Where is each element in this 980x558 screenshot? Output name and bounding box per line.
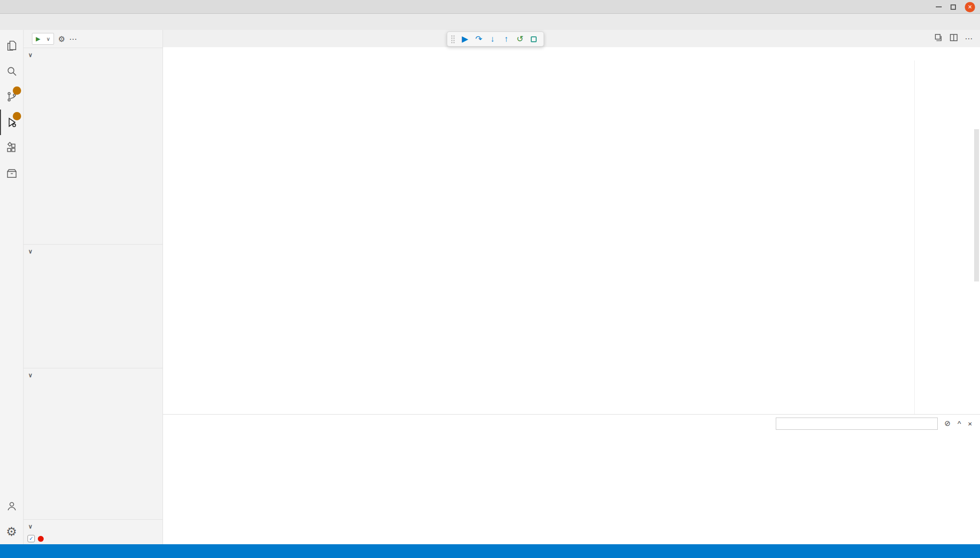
stop-icon[interactable] <box>527 32 540 46</box>
titlebar: × <box>0 0 980 14</box>
scm-badge <box>13 86 21 95</box>
minimap[interactable] <box>914 60 973 414</box>
bottom-panel: ⊘ ^ × <box>163 414 980 544</box>
breakpoints-section: ∨ ✓ <box>24 519 163 544</box>
more-actions-icon[interactable]: ⋯ <box>965 34 973 43</box>
vscode-window: × <box>0 0 980 558</box>
minimize-icon[interactable] <box>936 6 942 7</box>
console-filter-input[interactable] <box>776 418 938 430</box>
activity-explorer[interactable] <box>0 33 24 58</box>
activity-search[interactable] <box>0 58 24 84</box>
debug-badge <box>13 112 21 120</box>
close-panel-icon[interactable]: × <box>968 419 972 428</box>
split-editor-icon[interactable] <box>950 33 958 44</box>
more-actions-icon[interactable]: ⋯ <box>69 34 77 44</box>
debug-toolbar: ▶ ↷ ↓ ↑ ↺ <box>447 31 544 47</box>
call-stack-section: ∨ <box>24 368 163 519</box>
breakpoint-dot-icon <box>38 536 44 542</box>
code-lines <box>163 60 914 414</box>
gear-icon: ⚙ <box>6 525 17 539</box>
editor-actions: ⋯ <box>934 30 980 47</box>
menubar <box>0 14 980 30</box>
chevron-down-icon: ∨ <box>27 248 34 255</box>
activity-cmake[interactable] <box>0 161 24 186</box>
restart-icon[interactable]: ↺ <box>514 32 526 46</box>
start-debug-icon[interactable]: ▶ <box>36 35 40 42</box>
watch-section: ∨ <box>24 244 163 368</box>
step-into-icon[interactable]: ↓ <box>486 32 499 46</box>
content: ⚙ ▶ ∨ ⚙ ⋯ ∨ <box>0 30 980 544</box>
variables-section: ∨ <box>24 48 163 244</box>
activity-settings[interactable]: ⚙ <box>0 519 24 544</box>
step-over-icon[interactable]: ↷ <box>472 32 485 46</box>
tab-bar: ⋯ ▶ ↷ ↓ ↑ ↺ <box>163 30 980 47</box>
scrollbar-thumb[interactable] <box>974 129 979 281</box>
panel-header: ⊘ ^ × <box>163 415 980 432</box>
configure-gear-icon[interactable]: ⚙ <box>58 34 65 44</box>
launch-configuration-dropdown[interactable]: ▶ ∨ <box>32 33 54 45</box>
call-stack-header[interactable]: ∨ <box>24 368 163 382</box>
stop-square <box>531 36 537 42</box>
account-icon <box>5 500 18 512</box>
continue-icon[interactable]: ▶ <box>459 32 471 46</box>
step-out-icon[interactable]: ↑ <box>500 32 513 46</box>
breadcrumb <box>163 47 980 60</box>
chevron-down-icon: ∨ <box>27 523 34 530</box>
extensions-icon <box>5 141 18 154</box>
open-changes-icon[interactable] <box>934 33 943 44</box>
debug-console[interactable] <box>163 432 980 544</box>
stack-frame[interactable] <box>24 382 163 393</box>
variables-header[interactable]: ∨ <box>24 48 163 61</box>
clear-console-icon[interactable]: ⊘ <box>945 419 951 428</box>
drag-handle-icon[interactable] <box>451 35 455 44</box>
breakpoints-header[interactable]: ∨ <box>24 520 163 533</box>
activity-extensions[interactable] <box>0 135 24 161</box>
activity-bar: ⚙ <box>0 30 24 544</box>
code-area <box>163 60 980 414</box>
activity-source-control[interactable] <box>0 84 24 110</box>
breakpoint-row[interactable]: ✓ <box>24 533 163 544</box>
status-bar <box>0 544 980 558</box>
maximize-panel-icon[interactable]: ^ <box>957 419 961 428</box>
editor-scrollbar[interactable] <box>973 60 980 414</box>
close-icon[interactable]: × <box>965 2 975 12</box>
window-controls: × <box>936 0 975 14</box>
activity-run-debug[interactable] <box>0 110 24 135</box>
activity-account[interactable] <box>0 493 24 519</box>
cmake-tools-icon <box>5 167 18 180</box>
chevron-down-icon: ∨ <box>27 372 34 379</box>
files-icon <box>5 39 18 52</box>
chevron-down-icon: ∨ <box>46 36 50 42</box>
search-icon <box>5 65 18 78</box>
panel-actions: ⊘ ^ × <box>938 419 972 428</box>
debug-sidebar-toolbar: ▶ ∨ ⚙ ⋯ <box>24 30 163 48</box>
debug-sidebar: ▶ ∨ ⚙ ⋯ ∨ ∨ <box>24 30 163 544</box>
watch-header[interactable]: ∨ <box>24 245 163 258</box>
chevron-down-icon: ∨ <box>27 52 34 58</box>
editor-group: ⋯ ▶ ↷ ↓ ↑ ↺ <box>163 30 980 544</box>
maximize-icon[interactable] <box>951 4 956 10</box>
breakpoint-checkbox[interactable]: ✓ <box>27 535 35 542</box>
